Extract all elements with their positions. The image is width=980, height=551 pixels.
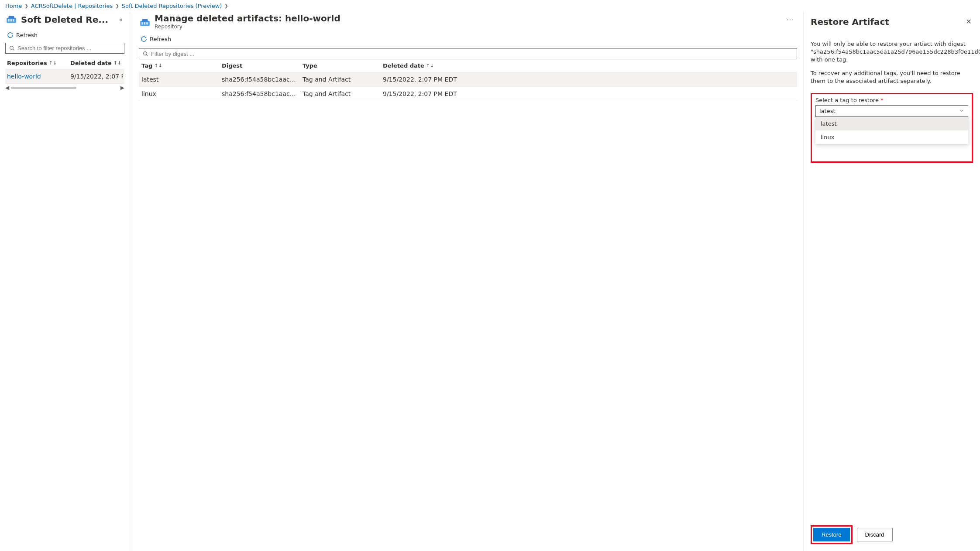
repo-date: 9/15/2022, 2:07 PM E: [70, 73, 123, 80]
repo-name[interactable]: hello-world: [7, 73, 70, 80]
col-deleted-date[interactable]: Deleted date ↑↓: [383, 62, 794, 69]
tag-select-highlight: Select a tag to restore * latest latest …: [811, 93, 973, 163]
panel-title: Restore Artifact: [811, 17, 889, 27]
refresh-label: Refresh: [16, 32, 38, 38]
repo-table-header: Repositories ↑↓ Deleted date ↑↓: [5, 57, 124, 69]
col-repositories[interactable]: Repositories ↑↓: [7, 60, 70, 66]
cell-tag: linux: [141, 90, 222, 97]
cell-date: 9/15/2022, 2:07 PM EDT: [383, 76, 794, 83]
page-title: Manage deleted artifacts: hello-world: [155, 13, 340, 24]
svg-rect-2: [8, 19, 9, 21]
horizontal-scrollbar[interactable]: ◀ ▶: [5, 84, 124, 91]
chevron-right-icon: ❯: [24, 3, 28, 8]
table-row[interactable]: linux sha256:f54a58bc1aac5ea1a25... Tag …: [139, 87, 797, 101]
registry-icon: [139, 17, 151, 29]
breadcrumb-home[interactable]: Home: [5, 3, 22, 9]
col-type[interactable]: Type: [303, 62, 383, 69]
breadcrumb: Home ❯ ACRSoftDelete | Repositories ❯ So…: [0, 0, 980, 12]
chevron-right-icon: ❯: [224, 3, 228, 8]
svg-rect-4: [13, 19, 14, 21]
table-row[interactable]: latest sha256:f54a58bc1aac5ea1a25... Tag…: [139, 72, 797, 87]
selected-tag: latest: [819, 108, 836, 114]
tag-option-linux[interactable]: linux: [815, 130, 968, 144]
repo-row[interactable]: hello-world 9/15/2022, 2:07 PM E: [5, 69, 124, 84]
filter-digest[interactable]: [139, 48, 797, 59]
main-content: Manage deleted artifacts: hello-world Re…: [130, 12, 804, 551]
chevron-down-icon: [959, 108, 964, 113]
svg-rect-11: [146, 22, 148, 24]
center-refresh-button[interactable]: Refresh: [139, 30, 797, 47]
sort-icon: ↑↓: [426, 63, 434, 68]
restore-artifact-panel: Restore Artifact ✕ You will only be able…: [804, 12, 980, 551]
tag-dropdown: latest linux: [815, 117, 968, 144]
sort-icon: ↑↓: [154, 63, 162, 68]
svg-rect-9: [141, 22, 143, 24]
search-icon: [9, 45, 15, 51]
scroll-left-icon[interactable]: ◀: [5, 85, 9, 91]
svg-rect-10: [144, 22, 145, 24]
svg-rect-8: [142, 19, 148, 22]
refresh-label: Refresh: [150, 36, 171, 42]
filter-input[interactable]: [151, 51, 793, 57]
svg-line-13: [146, 55, 148, 56]
search-icon: [143, 51, 148, 57]
sidebar-title: Soft Deleted Re...: [21, 14, 113, 25]
required-indicator: *: [880, 97, 884, 103]
sidebar-refresh-button[interactable]: Refresh: [5, 26, 124, 43]
refresh-icon: [141, 36, 147, 42]
svg-rect-3: [10, 19, 12, 21]
svg-point-5: [10, 46, 14, 50]
restore-button[interactable]: Restore: [813, 528, 850, 541]
cell-type: Tag and Artifact: [303, 76, 383, 83]
panel-description-1: You will only be able to restore your ar…: [811, 40, 973, 64]
close-icon[interactable]: ✕: [965, 16, 973, 27]
panel-description-2: To recover any additional tags, you'll n…: [811, 69, 973, 85]
collapse-icon[interactable]: «: [117, 14, 124, 25]
cell-digest: sha256:f54a58bc1aac5ea1a25...: [222, 90, 303, 97]
tag-select[interactable]: latest: [815, 105, 968, 117]
sort-icon: ↑↓: [49, 60, 57, 66]
chevron-right-icon: ❯: [115, 3, 119, 8]
svg-line-6: [13, 49, 14, 50]
svg-point-12: [144, 52, 147, 55]
scroll-right-icon[interactable]: ▶: [120, 85, 124, 91]
cell-digest: sha256:f54a58bc1aac5ea1a25...: [222, 76, 303, 83]
cell-tag: latest: [141, 76, 222, 83]
more-actions-button[interactable]: ···: [784, 15, 797, 25]
breadcrumb-soft-deleted[interactable]: Soft Deleted Repositories (Preview): [122, 3, 222, 9]
page-subtitle: Repository: [155, 24, 340, 30]
sidebar-search[interactable]: [5, 43, 124, 54]
tag-option-latest[interactable]: latest: [815, 117, 968, 130]
col-deleted-date[interactable]: Deleted date ↑↓: [70, 60, 123, 66]
scrollbar-thumb[interactable]: [11, 87, 76, 89]
svg-rect-1: [9, 16, 14, 19]
registry-icon: [5, 14, 17, 26]
col-tag[interactable]: Tag ↑↓: [141, 62, 222, 69]
col-digest[interactable]: Digest: [222, 62, 303, 69]
refresh-icon: [7, 32, 14, 38]
select-label: Select a tag to restore *: [815, 97, 968, 103]
restore-button-highlight: Restore: [811, 525, 853, 544]
table-header: Tag ↑↓ Digest Type Deleted date ↑↓: [139, 59, 797, 72]
search-input[interactable]: [17, 45, 120, 51]
cell-type: Tag and Artifact: [303, 90, 383, 97]
cell-date: 9/15/2022, 2:07 PM EDT: [383, 90, 794, 97]
sort-icon: ↑↓: [113, 60, 121, 66]
breadcrumb-repositories[interactable]: ACRSoftDelete | Repositories: [31, 3, 113, 9]
sidebar: Soft Deleted Re... « Refresh Repositorie…: [0, 12, 130, 551]
discard-button[interactable]: Discard: [857, 528, 893, 541]
